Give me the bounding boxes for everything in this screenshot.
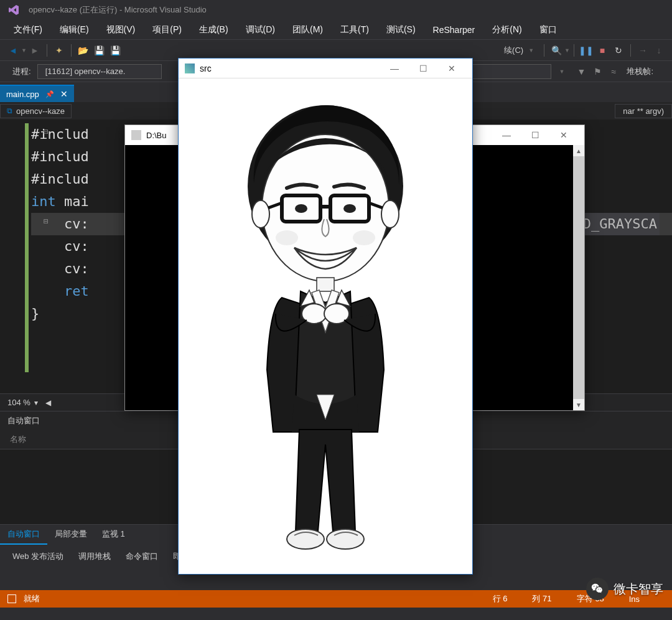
image-content (179, 78, 472, 574)
scroll-up-icon[interactable]: ▲ (573, 145, 584, 156)
dropdown-icon[interactable]: ▼ (564, 47, 570, 54)
status-col: 列 71 (532, 593, 551, 604)
find-button[interactable]: 🔍 (548, 42, 564, 59)
scrollbar[interactable]: ▲ ▼ (573, 145, 584, 410)
fold-icon[interactable]: ⊟ (44, 121, 49, 143)
separator (47, 44, 47, 57)
menu-team[interactable]: 团队(M) (284, 22, 332, 38)
process-label: 进程: (12, 66, 31, 77)
status-indicator-icon (7, 594, 16, 603)
tab-callstack[interactable]: 调用堆栈 (71, 547, 118, 566)
fold-icon[interactable]: ⊟ (44, 210, 49, 233)
restart-button[interactable]: ↻ (610, 42, 627, 59)
nav-back-button[interactable]: ◄ (5, 42, 21, 59)
scroll-down-icon[interactable]: ▼ (573, 399, 584, 410)
crumb-function[interactable]: nar ** argv) (615, 104, 672, 118)
nav-forward-button[interactable]: ► (27, 42, 43, 59)
menu-view[interactable]: 视图(V) (98, 22, 144, 38)
svg-point-3 (381, 200, 399, 228)
separator (71, 44, 72, 57)
scroll-left-icon[interactable]: ◀ (45, 398, 51, 407)
wechat-icon (586, 578, 609, 600)
image-title: src (200, 63, 212, 73)
pause-button[interactable]: ❚❚ (578, 42, 594, 59)
close-icon[interactable]: ✕ (60, 89, 68, 99)
dropdown-icon[interactable]: ▼ (559, 68, 564, 75)
app-icon (185, 63, 195, 73)
tab-web-publish[interactable]: Web 发布活动 (5, 547, 71, 566)
status-line: 行 6 (493, 593, 508, 604)
menu-resharper[interactable]: ReSharper (424, 22, 484, 37)
filter-icon[interactable]: ▼ (573, 63, 589, 80)
menu-file[interactable]: 文件(F) (5, 22, 51, 38)
image-window[interactable]: src — ☐ ✕ (178, 58, 473, 575)
save-all-button[interactable]: 💾 (108, 42, 124, 59)
pin-icon[interactable]: 📌 (45, 90, 54, 98)
menu-edit[interactable]: 编辑(E) (51, 22, 98, 38)
menubar: 文件(F) 编辑(E) 视图(V) 项目(P) 生成(B) 调试(D) 团队(M… (0, 20, 672, 40)
continue-debug-button[interactable]: 续(C) (504, 45, 523, 56)
statusbar: 就绪 行 6 列 71 字符 68 Ins (0, 590, 672, 608)
stackframe-label: 堆栈帧: (627, 66, 653, 77)
crumb-project[interactable]: ⧉ opencv--kaze (0, 104, 72, 118)
maximize-button[interactable]: ☐ (521, 125, 549, 145)
watermark: 微卡智享 (586, 578, 663, 600)
threads-icon[interactable]: ≈ (605, 63, 622, 80)
process-combo[interactable]: [11612] opencv--kaze. (37, 64, 162, 79)
stop-button[interactable]: ■ (594, 42, 610, 59)
maximize-button[interactable]: ☐ (409, 59, 437, 78)
cartoon-avatar-image (207, 83, 444, 569)
vs-logo-icon (6, 2, 21, 17)
new-item-button[interactable]: ✦ (51, 42, 67, 59)
menu-window[interactable]: 窗口 (531, 22, 566, 38)
zoom-value[interactable]: 104 % (7, 398, 30, 407)
tab-locals[interactable]: 局部变量 (47, 525, 95, 545)
crumb-label: opencv--kaze (16, 106, 65, 116)
project-icon: ⧉ (7, 106, 12, 115)
tab-watch[interactable]: 监视 1 (95, 525, 133, 545)
menu-debug[interactable]: 调试(D) (237, 22, 284, 38)
svg-point-10 (343, 204, 356, 213)
zoom-dropdown-icon[interactable]: ▾ (34, 398, 38, 407)
svg-point-9 (295, 204, 307, 213)
step-button[interactable]: → (635, 42, 651, 59)
tab-autos[interactable]: 自动窗口 (0, 525, 47, 545)
dropdown-icon[interactable]: ▼ (528, 47, 534, 54)
close-button[interactable]: ✕ (549, 125, 578, 145)
separator (544, 44, 544, 57)
scroll-thumb[interactable] (573, 145, 584, 410)
tab-label: main.cpp (6, 90, 39, 99)
file-tab-main-cpp[interactable]: main.cpp 📌 ✕ (0, 85, 74, 102)
menu-project[interactable]: 项目(P) (144, 22, 190, 38)
window-titlebar: opencv--kaze (正在运行) - Microsoft Visual S… (0, 0, 672, 20)
window-title: opencv--kaze (正在运行) - Microsoft Visual S… (29, 4, 207, 16)
separator (630, 44, 631, 57)
flag-icon[interactable]: ⚑ (589, 63, 605, 80)
status-ready: 就绪 (24, 593, 40, 604)
col-name[interactable]: 名称 (10, 434, 26, 444)
minimize-button[interactable]: — (380, 59, 409, 78)
step-into-button[interactable]: ↓ (651, 42, 667, 59)
menu-tools[interactable]: 工具(T) (332, 22, 378, 38)
app-icon (131, 130, 141, 140)
menu-analyze[interactable]: 分析(N) (483, 22, 530, 38)
dropdown-icon[interactable]: ▼ (21, 47, 27, 54)
svg-rect-13 (317, 278, 334, 291)
menu-build[interactable]: 生成(B) (190, 22, 237, 38)
svg-point-11 (276, 230, 298, 245)
close-button[interactable]: ✕ (437, 59, 466, 78)
console-title: D:\Bu (146, 131, 167, 140)
open-button[interactable]: 📂 (75, 42, 91, 59)
image-titlebar[interactable]: src — ☐ ✕ (179, 59, 472, 78)
separator (574, 44, 574, 57)
menu-test[interactable]: 测试(S) (378, 22, 424, 38)
save-button[interactable]: 💾 (91, 42, 108, 59)
svg-point-12 (353, 230, 375, 245)
watermark-text: 微卡智享 (614, 581, 663, 598)
svg-point-2 (252, 200, 269, 228)
minimize-button[interactable]: — (492, 125, 521, 145)
tab-command[interactable]: 命令窗口 (118, 547, 166, 566)
